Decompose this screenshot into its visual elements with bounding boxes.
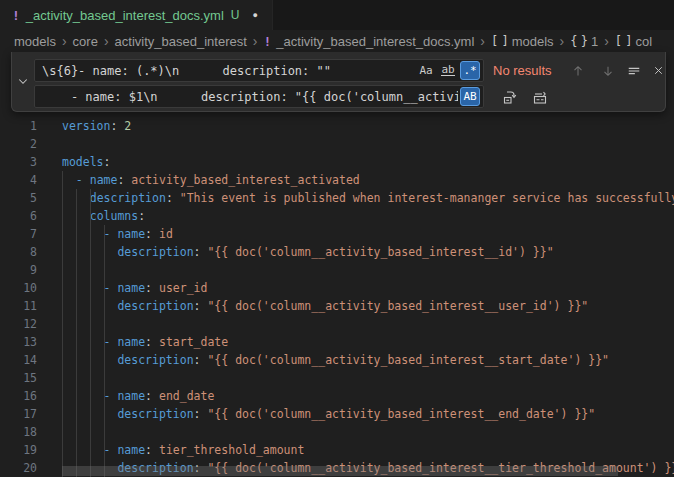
- replace-value-text[interactable]: - name: $1\n description: "{{ doc('colum…: [42, 90, 458, 104]
- line-number: 12: [0, 315, 37, 333]
- code-text: description: "{{ doc('column__activity_b…: [62, 405, 595, 423]
- line-number: 17: [0, 405, 37, 423]
- breadcrumb-item[interactable]: { }1: [570, 34, 598, 49]
- find-query-text[interactable]: \s{6}- name: (.*)\n description: "": [42, 64, 414, 78]
- breadcrumb-separator: ›: [62, 33, 67, 49]
- code-line: 1version: 2: [0, 117, 674, 135]
- line-number: 14: [0, 351, 37, 369]
- code-line: 16 - name: end_date: [0, 387, 674, 405]
- line-number: 19: [0, 441, 37, 459]
- tab-bar: ! _activity_based_interest_docs.yml U ●: [0, 0, 674, 30]
- line-number: 9: [0, 261, 37, 279]
- breadcrumb-item[interactable]: models: [14, 34, 56, 49]
- line-number: 15: [0, 369, 37, 387]
- breadcrumb-separator: ›: [480, 33, 485, 49]
- code-line: 19 - name: tier_threshold_amount: [0, 441, 674, 459]
- code-text: - name: id: [62, 225, 173, 243]
- code-text: columns:: [62, 207, 145, 225]
- breadcrumb-label: _activity_based_interest_docs.yml: [276, 34, 474, 49]
- code-line: 13 - name: start_date: [0, 333, 674, 351]
- find-results-status: No results: [493, 59, 552, 82]
- code-text: - name: activity_based_interest_activate…: [62, 171, 360, 189]
- code-text: - name: tier_threshold_amount: [62, 441, 304, 459]
- code-text: - name: start_date: [62, 333, 228, 351]
- breadcrumb-item[interactable]: !_activity_based_interest_docs.yml: [263, 34, 474, 49]
- code-text: description: "{{ doc('column__activity_b…: [62, 297, 588, 315]
- indent-guide: [104, 225, 105, 477]
- breadcrumb-item[interactable]: [ ]col: [615, 34, 652, 49]
- array-symbol-icon: [ ]: [615, 34, 631, 48]
- code-line: 4 - name: activity_based_interest_activa…: [0, 171, 674, 189]
- replace-button[interactable]: [498, 85, 522, 108]
- next-match-button[interactable]: [596, 59, 620, 82]
- breadcrumb-item[interactable]: [ ]models: [491, 34, 554, 49]
- breadcrumb-item[interactable]: activity_based_interest: [115, 34, 247, 49]
- breadcrumb-label: activity_based_interest: [115, 34, 247, 49]
- breadcrumb-label: col: [636, 34, 653, 49]
- line-number: 11: [0, 297, 37, 315]
- git-status-badge: U: [231, 8, 240, 22]
- code-text: models:: [62, 153, 110, 171]
- line-number: 18: [0, 423, 37, 441]
- match-case-toggle[interactable]: Aa: [416, 61, 436, 80]
- previous-match-button[interactable]: [566, 59, 590, 82]
- replace-all-button[interactable]: [528, 85, 552, 108]
- code-text: description: "This event is published wh…: [62, 189, 674, 207]
- indent-guide: [62, 171, 63, 477]
- line-number: 1: [0, 117, 37, 135]
- line-number: 16: [0, 387, 37, 405]
- code-text: - name: user_id: [62, 279, 207, 297]
- code-line: 2: [0, 135, 674, 153]
- code-line: 12: [0, 315, 674, 333]
- array-symbol-icon: [ ]: [491, 34, 507, 48]
- code-line: 9: [0, 261, 674, 279]
- line-number: 3: [0, 153, 37, 171]
- line-number: 8: [0, 243, 37, 261]
- breadcrumb-label: models: [14, 34, 56, 49]
- code-text: description: "{{ doc('column__activity_b…: [62, 243, 554, 261]
- regex-toggle[interactable]: .*: [460, 61, 480, 80]
- breadcrumb-separator: ›: [604, 33, 609, 49]
- find-in-selection-button[interactable]: [622, 59, 646, 82]
- tab-filename: _activity_based_interest_docs.yml: [26, 8, 224, 23]
- replace-input[interactable]: - name: $1\n description: "{{ doc('colum…: [34, 85, 484, 108]
- breadcrumb-separator: ›: [560, 33, 565, 49]
- breadcrumb-separator: ›: [104, 33, 109, 49]
- code-line: 18: [0, 423, 674, 441]
- modified-dot-icon[interactable]: ●: [253, 10, 258, 20]
- object-symbol-icon: { }: [570, 34, 586, 48]
- breadcrumb-label: models: [512, 34, 554, 49]
- breadcrumb: models›core›activity_based_interest›!_ac…: [0, 30, 674, 52]
- breadcrumb-separator: ›: [253, 33, 258, 49]
- line-number: 20: [0, 459, 37, 477]
- code-line: 15: [0, 369, 674, 387]
- code-line: 11 description: "{{ doc('column__activit…: [0, 297, 674, 315]
- find-replace-widget: \s{6}- name: (.*)\n description: "" Aa a…: [11, 52, 666, 112]
- code-line: 14 description: "{{ doc('column__activit…: [0, 351, 674, 369]
- line-number: 5: [0, 189, 37, 207]
- breadcrumb-label: 1: [591, 34, 598, 49]
- find-input[interactable]: \s{6}- name: (.*)\n description: "" Aa a…: [34, 59, 484, 82]
- indent-guide: [90, 189, 91, 477]
- toggle-replace-chevron-icon[interactable]: [12, 52, 34, 110]
- code-line: 8 description: "{{ doc('column__activity…: [0, 243, 674, 261]
- code-line: 3models:: [0, 153, 674, 171]
- yaml-symbol-icon: !: [263, 34, 271, 49]
- breadcrumb-item[interactable]: core: [73, 34, 98, 49]
- code-line: 17 description: "{{ doc('column__activit…: [0, 405, 674, 423]
- code-text: version: 2: [62, 117, 131, 135]
- vscode-window: ! _activity_based_interest_docs.yml U ● …: [0, 0, 674, 477]
- horizontal-scrollbar[interactable]: [62, 466, 618, 476]
- code-line: 6 columns:: [0, 207, 674, 225]
- line-number: 7: [0, 225, 37, 243]
- code-line: 5 description: "This event is published …: [0, 189, 674, 207]
- close-find-widget-button[interactable]: [646, 59, 670, 82]
- code-line: 7 - name: id: [0, 225, 674, 243]
- line-number: 2: [0, 135, 37, 153]
- yaml-file-icon: !: [12, 8, 20, 23]
- preserve-case-toggle[interactable]: AB: [460, 87, 480, 106]
- whole-word-toggle[interactable]: ab: [438, 61, 458, 80]
- tab-active-file[interactable]: ! _activity_based_interest_docs.yml U ●: [0, 0, 273, 30]
- editor-code-area[interactable]: 1version: 223models:4 - name: activity_b…: [0, 117, 674, 477]
- line-number: 10: [0, 279, 37, 297]
